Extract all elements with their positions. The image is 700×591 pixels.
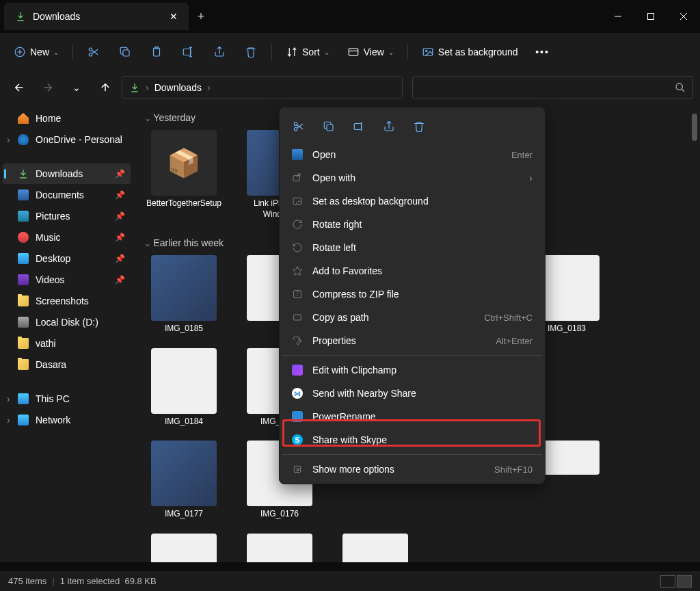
scrollbar-thumb[interactable] bbox=[692, 114, 697, 141]
pin-icon: 📌 bbox=[115, 169, 125, 179]
view-icon bbox=[347, 46, 360, 58]
sidebar-item-music[interactable]: Music📌 bbox=[3, 227, 131, 248]
ctx-skype[interactable]: SShare with Skype bbox=[282, 428, 542, 451]
breadcrumb-location[interactable]: Downloads bbox=[154, 82, 202, 93]
pin-icon: 📌 bbox=[115, 233, 125, 242]
set-background-button[interactable]: Set as background bbox=[415, 40, 525, 64]
sidebar-item-downloads[interactable]: Downloads📌 bbox=[3, 163, 131, 184]
file-item[interactable] bbox=[144, 534, 224, 562]
path-icon bbox=[292, 312, 303, 323]
share-button[interactable] bbox=[206, 40, 233, 64]
navigation-row: ⌄ › Downloads › bbox=[0, 71, 700, 104]
ctx-share-button[interactable] bbox=[375, 114, 403, 139]
sidebar-item-pictures[interactable]: Pictures📌 bbox=[3, 206, 131, 226]
svg-rect-8 bbox=[183, 49, 191, 55]
file-thumbnail bbox=[151, 441, 217, 506]
sidebar-item-dasara[interactable]: Dasara bbox=[3, 354, 131, 375]
ctx-copy-button[interactable] bbox=[315, 114, 342, 139]
expand-icon bbox=[292, 464, 303, 475]
minimize-button[interactable] bbox=[602, 3, 634, 30]
ctx-set-background[interactable]: Set as desktop background bbox=[282, 189, 542, 213]
ctx-delete-button[interactable] bbox=[405, 114, 433, 139]
file-item[interactable] bbox=[240, 534, 319, 562]
tab-title: Downloads bbox=[33, 11, 80, 22]
ctx-open[interactable]: OpenEnter bbox=[282, 143, 542, 166]
up-button[interactable] bbox=[93, 75, 118, 100]
delete-button[interactable] bbox=[237, 40, 265, 64]
close-tab-icon[interactable]: ✕ bbox=[170, 11, 178, 22]
sidebar-label: Music bbox=[36, 232, 61, 243]
sidebar: Home OneDrive - Personal Downloads📌 Docu… bbox=[0, 104, 133, 562]
svg-rect-21 bbox=[294, 315, 301, 320]
thumbnails-view-button[interactable] bbox=[677, 575, 692, 588]
search-box[interactable] bbox=[412, 76, 693, 99]
ctx-compress[interactable]: Compress to ZIP file bbox=[282, 283, 542, 306]
address-bar[interactable]: › Downloads › bbox=[122, 76, 403, 99]
sidebar-item-home[interactable]: Home bbox=[3, 108, 131, 129]
details-view-button[interactable] bbox=[660, 575, 675, 588]
sidebar-item-desktop[interactable]: Desktop📌 bbox=[3, 248, 131, 269]
file-thumbnail bbox=[342, 534, 408, 562]
sidebar-item-vathi[interactable]: vathi bbox=[3, 333, 131, 354]
more-button[interactable]: ••• bbox=[529, 40, 556, 64]
view-label: View bbox=[364, 47, 384, 57]
ctx-rotate-right[interactable]: Rotate right bbox=[282, 213, 542, 236]
cut-button[interactable] bbox=[80, 40, 107, 64]
svg-rect-16 bbox=[327, 124, 333, 131]
ctx-cut-button[interactable] bbox=[285, 114, 312, 139]
sidebar-item-videos[interactable]: Videos📌 bbox=[3, 270, 131, 290]
sidebar-item-thispc[interactable]: This PC bbox=[3, 389, 131, 409]
sidebar-label: Dasara bbox=[36, 359, 66, 370]
recent-button[interactable]: ⌄ bbox=[64, 75, 89, 100]
powerrename-icon bbox=[292, 411, 303, 422]
sidebar-item-onedrive[interactable]: OneDrive - Personal bbox=[3, 129, 131, 150]
ctx-clipchamp[interactable]: Edit with Clipchamp bbox=[282, 358, 542, 382]
ctx-rename-button[interactable] bbox=[345, 114, 373, 139]
sidebar-label: This PC bbox=[36, 393, 70, 404]
file-thumbnail bbox=[151, 255, 217, 321]
file-item[interactable]: IMG_0184 bbox=[144, 348, 224, 428]
document-icon bbox=[18, 189, 29, 200]
new-tab-button[interactable]: + bbox=[189, 10, 213, 24]
music-icon bbox=[18, 232, 29, 243]
separator bbox=[72, 44, 73, 60]
window-tab[interactable]: Downloads ✕ bbox=[4, 3, 189, 30]
copy-button[interactable] bbox=[111, 40, 139, 64]
paste-button[interactable] bbox=[143, 40, 170, 64]
file-item[interactable]: IMG_0185 bbox=[144, 255, 224, 334]
ctx-favorites[interactable]: Add to Favorites bbox=[282, 259, 542, 283]
sidebar-item-screenshots[interactable]: Screenshots bbox=[3, 291, 131, 311]
rename-icon bbox=[353, 120, 365, 133]
ctx-rotate-left[interactable]: Rotate left bbox=[282, 236, 542, 259]
skype-icon: S bbox=[292, 434, 303, 445]
status-selected: 1 item selected bbox=[60, 576, 120, 586]
ctx-properties[interactable]: PropertiesAlt+Enter bbox=[282, 329, 542, 352]
sidebar-item-network[interactable]: Network bbox=[3, 410, 131, 430]
file-item[interactable]: IMG_0177 bbox=[144, 441, 224, 520]
maximize-button[interactable] bbox=[634, 3, 667, 30]
ctx-nearby-share[interactable]: ⋈Send with Nearby Share bbox=[282, 382, 542, 405]
new-button[interactable]: New ⌄ bbox=[7, 40, 66, 64]
ctx-powerrename[interactable]: PowerRename bbox=[282, 405, 542, 428]
back-button[interactable] bbox=[7, 75, 31, 100]
file-label: BetterTogetherSetup bbox=[144, 198, 224, 209]
rotate-left-icon bbox=[292, 242, 303, 253]
desktop-icon bbox=[18, 253, 29, 264]
download-icon bbox=[129, 82, 140, 93]
sidebar-item-localdisk[interactable]: Local Disk (D:) bbox=[3, 312, 131, 332]
ctx-show-more[interactable]: Show more optionsShift+F10 bbox=[282, 458, 542, 481]
file-item[interactable]: 📦BetterTogetherSetup bbox=[144, 130, 224, 220]
scrollbar[interactable] bbox=[690, 111, 699, 555]
ctx-open-with[interactable]: Open with› bbox=[282, 166, 542, 189]
sidebar-item-documents[interactable]: Documents📌 bbox=[3, 185, 131, 205]
ctx-copy-path[interactable]: Copy as pathCtrl+Shift+C bbox=[282, 306, 542, 329]
sidebar-label: Pictures bbox=[36, 211, 70, 222]
file-thumbnail bbox=[151, 534, 217, 562]
window-controls bbox=[602, 3, 700, 30]
forward-button[interactable] bbox=[36, 75, 60, 100]
view-button[interactable]: View ⌄ bbox=[340, 40, 401, 64]
rename-button[interactable] bbox=[174, 40, 202, 64]
close-button[interactable] bbox=[667, 3, 700, 30]
sort-button[interactable]: Sort ⌄ bbox=[279, 40, 336, 64]
file-item[interactable] bbox=[336, 534, 415, 562]
